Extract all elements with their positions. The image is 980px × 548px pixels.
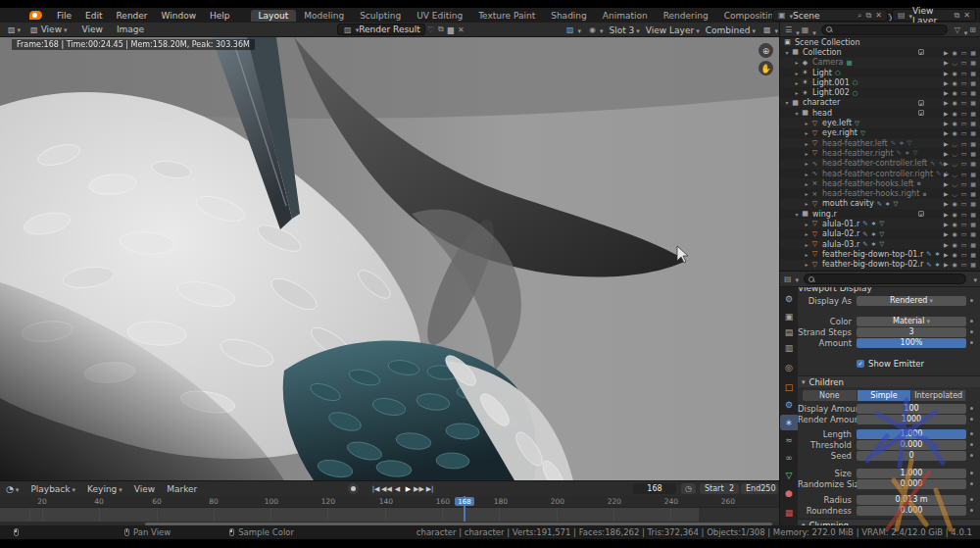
- restrict-toggles[interactable]: [944, 171, 977, 177]
- image-datablock[interactable]: ▨ Render Result: [337, 24, 425, 35]
- restrict-toggles[interactable]: [944, 59, 977, 66]
- expand-icon[interactable]: ▸: [803, 171, 810, 177]
- outliner-row-light-002[interactable]: ▸☀Light.002○: [780, 87, 980, 97]
- restrict-toggles[interactable]: [944, 79, 977, 86]
- animate-dot[interactable]: [970, 472, 973, 474]
- amount-slider[interactable]: 100%: [857, 338, 966, 348]
- animate-dot[interactable]: [970, 330, 973, 333]
- expand-icon[interactable]: ▸: [803, 230, 810, 237]
- folder-icon[interactable]: ▆: [448, 25, 454, 34]
- menu-file[interactable]: File: [50, 11, 78, 21]
- outliner-row-head[interactable]: ▾▦head✓: [780, 108, 980, 118]
- playback-menu[interactable]: Playback: [24, 484, 81, 494]
- restrict-toggles[interactable]: [944, 261, 977, 268]
- timeline-ruler[interactable]: 20 40 60 80 100 120 140 160 180 200 220 …: [0, 496, 779, 508]
- expand-icon[interactable]: ▸: [803, 150, 810, 157]
- properties-search-input[interactable]: [804, 274, 966, 284]
- playhead-frame-label[interactable]: 168: [455, 497, 474, 506]
- keying-menu[interactable]: Keying: [81, 484, 128, 494]
- tab-render[interactable]: ▣: [780, 309, 798, 324]
- collection-checkbox[interactable]: ✓: [918, 49, 924, 55]
- expand-icon[interactable]: ▸: [803, 129, 810, 136]
- collection-checkbox[interactable]: ✓: [918, 100, 924, 106]
- expand-icon[interactable]: ▸: [803, 221, 810, 227]
- animate-dot[interactable]: [970, 320, 973, 323]
- menu-edit[interactable]: Edit: [78, 11, 109, 21]
- outliner-row-collection[interactable]: ▾▦Collection✓: [780, 47, 980, 57]
- outliner-row-light[interactable]: ▸☀Light○: [780, 68, 980, 77]
- restrict-toggles[interactable]: [944, 140, 977, 147]
- expand-icon[interactable]: ▸: [803, 160, 810, 167]
- zoom-icon[interactable]: ⊕: [759, 43, 773, 58]
- view-mode-icon[interactable]: ▧: [30, 25, 38, 34]
- timeline-track[interactable]: [0, 508, 779, 522]
- restrict-toggles[interactable]: [944, 49, 977, 56]
- slot-select[interactable]: Slot 3: [609, 25, 639, 35]
- animate-dot[interactable]: [970, 341, 973, 344]
- expand-icon[interactable]: ▸: [803, 140, 810, 147]
- threshold-field[interactable]: 0.000: [857, 440, 966, 450]
- outliner-row-feather-big-down-top-01-r[interactable]: ▸▽feather-big-down-top-01.r✎∗: [780, 249, 980, 259]
- tab-object[interactable]: □: [780, 379, 798, 395]
- restrict-toggles[interactable]: [944, 160, 977, 167]
- animate-dot[interactable]: [970, 407, 973, 410]
- show-emitter-checkbox[interactable]: ✓Show Emitter: [857, 359, 924, 369]
- menu-view[interactable]: View: [75, 25, 110, 34]
- chevron-down-icon[interactable]: [971, 274, 977, 284]
- marker-menu[interactable]: Marker: [161, 484, 203, 494]
- auto-key-record-button[interactable]: [348, 483, 359, 494]
- menu-render[interactable]: Render: [110, 11, 155, 21]
- tab-texture-paint[interactable]: Texture Paint: [470, 10, 543, 22]
- properties-icon[interactable]: ▤: [784, 274, 792, 283]
- restrict-toggles[interactable]: [944, 241, 977, 248]
- menu-window[interactable]: Window: [155, 11, 204, 21]
- next-keyframe-icon[interactable]: ▶▶: [414, 485, 424, 493]
- pass-select[interactable]: Combined: [706, 25, 756, 35]
- animate-dot[interactable]: [970, 498, 973, 501]
- play-icon[interactable]: ▶: [403, 485, 414, 493]
- gizmo-toggle-icon[interactable]: ▨: [564, 25, 581, 35]
- outliner-row-mouth-cavity[interactable]: ▸▽mouth cavity✎∗▽: [780, 199, 980, 209]
- outliner-row-feather-big-down-top-02-r[interactable]: ▸▽feather-big-down-top-02.r✎∗: [780, 260, 980, 270]
- scene-selector[interactable]: ▣ Scene ⌕ ⧉ ✕: [772, 9, 888, 22]
- close-icon[interactable]: ✕: [875, 11, 882, 20]
- tab-rendering[interactable]: Rendering: [656, 10, 716, 22]
- outliner-search-input[interactable]: [821, 25, 948, 35]
- expand-icon[interactable]: ▾: [793, 110, 801, 117]
- color-select[interactable]: Material: [857, 317, 966, 326]
- restrict-toggles[interactable]: [944, 89, 977, 96]
- play-reverse-icon[interactable]: ◀: [392, 485, 403, 493]
- filter-icon[interactable]: ▽: [955, 25, 960, 34]
- prev-keyframe-icon[interactable]: ◀◀: [381, 485, 392, 493]
- tab-modeling[interactable]: Modeling: [296, 10, 352, 22]
- outliner-row-wing-r[interactable]: ▾▦wing.r✓: [780, 209, 980, 219]
- menu-image[interactable]: Image: [110, 25, 151, 34]
- restrict-toggles[interactable]: [944, 190, 977, 197]
- collection-checkbox[interactable]: ✓: [918, 110, 924, 116]
- end-frame-field[interactable]: End250: [741, 483, 778, 494]
- display-amount-field[interactable]: 100: [857, 404, 966, 414]
- restrict-toggles[interactable]: [944, 120, 977, 126]
- animate-dot[interactable]: [970, 418, 973, 421]
- pan-hand-icon[interactable]: ✋: [759, 61, 773, 75]
- outliner-row-eye-left[interactable]: ▸▽eye.left▽: [780, 118, 980, 127]
- radius-field[interactable]: 0.013 m: [857, 495, 966, 505]
- tab-shading[interactable]: Shading: [543, 10, 595, 22]
- close-icon[interactable]: ✕: [963, 11, 970, 20]
- tab-scene[interactable]: ◎: [780, 360, 798, 375]
- length-slider[interactable]: 1.000: [857, 429, 966, 439]
- tab-animation[interactable]: Animation: [595, 10, 656, 22]
- tab-layout[interactable]: Layout: [251, 10, 297, 22]
- restrict-toggles[interactable]: [944, 110, 977, 117]
- jump-to-end-icon[interactable]: ▶|: [424, 485, 435, 493]
- expand-icon[interactable]: ▾: [783, 49, 791, 56]
- restrict-toggles[interactable]: [944, 70, 977, 76]
- display-as-select[interactable]: Rendered: [857, 296, 966, 306]
- outliner-row-alula-03-r[interactable]: ▸▽alula-03.r✎∗▽: [780, 239, 980, 249]
- animate-dot[interactable]: [970, 299, 973, 302]
- outliner-row-eye-right[interactable]: ▸▽eye.right▽: [780, 128, 980, 138]
- expand-icon[interactable]: ▸: [803, 180, 810, 187]
- outliner-row-character[interactable]: ▾▦character✓: [780, 98, 980, 108]
- randomize-size-field[interactable]: 0.000: [857, 479, 966, 489]
- outliner-row-head-feather-hooks-left[interactable]: ▸×head-feather-hooks.left▪: [780, 178, 980, 188]
